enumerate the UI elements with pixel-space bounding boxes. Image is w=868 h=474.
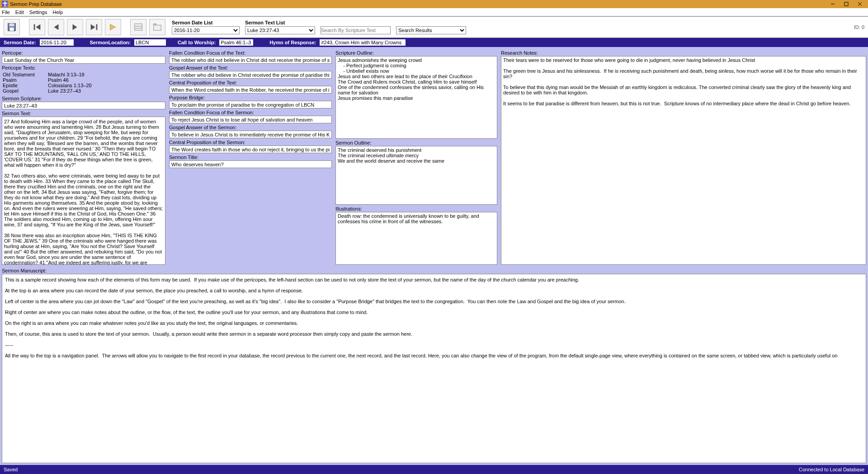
col-right: Research Notes:	[501, 49, 866, 265]
col-left: Pericope: Pericope Texts: Old TestamentM…	[2, 49, 165, 265]
col-center-right: Scripture Outline: Sermon Outline: Illus…	[335, 49, 497, 265]
date-list-select[interactable]: 2016-11-20	[172, 26, 240, 34]
maximize-button[interactable]	[840, 0, 853, 8]
header-strip: Sermon Date: SermonLocation: Call to Wor…	[0, 38, 868, 47]
text-list-select[interactable]: Luke 23:27-43	[245, 26, 315, 34]
close-button[interactable]	[854, 0, 866, 8]
gospel-text-input[interactable]	[169, 71, 332, 79]
scripture-label: Sermon Scripture:	[2, 96, 165, 101]
scripture-outline-label: Scripture Outline:	[335, 50, 497, 56]
last-record-button[interactable]	[86, 19, 102, 35]
hymn-input[interactable]	[320, 39, 406, 46]
svg-marker-10	[73, 24, 77, 30]
location-label: SermonLocation:	[90, 40, 131, 45]
svg-marker-8	[36, 24, 40, 30]
text-list-label: Sermon Text List	[245, 20, 315, 25]
tabbed-view-button[interactable]	[149, 19, 165, 35]
svg-rect-6	[9, 28, 14, 31]
record-id: ID: 0	[854, 24, 864, 30]
status-right: Connected to Local Database	[799, 467, 864, 472]
sermon-text-label: Sermon Text:	[2, 111, 165, 116]
cpt-label: Central Proposition of the Text:	[169, 80, 332, 85]
fcf-sermon-label: Fallen Condition Focus of the Sermon:	[169, 110, 332, 115]
minimize-button[interactable]	[826, 0, 839, 8]
svg-marker-13	[110, 24, 116, 30]
new-record-button[interactable]	[105, 19, 121, 35]
save-button[interactable]	[4, 19, 20, 35]
worship-input[interactable]	[219, 39, 253, 46]
svg-rect-7	[34, 24, 35, 30]
scripture-input[interactable]	[2, 102, 165, 109]
cps-label: Central Proposition of the Sermon:	[169, 140, 332, 145]
manuscript-label: Sermon Manuscript:	[2, 268, 866, 273]
date-list-group: Sermon Date List 2016-11-20	[172, 20, 240, 34]
svg-rect-17	[154, 25, 161, 30]
svg-rect-14	[135, 24, 142, 31]
date-list-label: Sermon Date List	[172, 20, 240, 25]
title-label: Sermon Title:	[169, 155, 332, 160]
status-bar: Saved Connected to Local Database	[0, 465, 868, 474]
app-icon	[2, 1, 8, 7]
svg-rect-18	[154, 24, 156, 25]
main-area: Pericope: Pericope Texts: Old TestamentM…	[0, 47, 868, 465]
svg-rect-12	[96, 24, 98, 30]
next-record-button[interactable]	[67, 19, 83, 35]
pericope-texts-label: Pericope Texts:	[2, 65, 165, 70]
cps-input[interactable]	[169, 145, 332, 153]
results-group: Search Results	[396, 20, 466, 34]
notes-label: Research Notes:	[501, 50, 866, 56]
fcf-text-input[interactable]	[169, 56, 332, 64]
svg-marker-11	[91, 24, 95, 30]
menu-help[interactable]: Help	[52, 9, 63, 15]
title-bar: Sermon Prep Database	[0, 0, 868, 8]
pericope-input[interactable]	[2, 56, 165, 64]
fcf-sermon-input[interactable]	[169, 116, 332, 123]
scripture-outline-input[interactable]	[335, 56, 497, 139]
svg-marker-9	[54, 24, 58, 30]
fcf-text-label: Fallen Condition Focus of the Text:	[169, 50, 332, 56]
svg-rect-1	[844, 2, 848, 6]
toolbar: Sermon Date List 2016-11-20 Sermon Text …	[0, 16, 868, 38]
sermon-text-area[interactable]: 27 And following Him was a large crowd o…	[2, 117, 165, 265]
text-list-group: Sermon Text List Luke 23:27-43	[245, 20, 315, 34]
date-label: Sermon Date:	[4, 40, 36, 45]
status-left: Saved	[4, 467, 18, 472]
illustrations-input[interactable]	[335, 212, 497, 265]
single-view-button[interactable]	[130, 19, 146, 35]
first-record-button[interactable]	[29, 19, 45, 35]
pericope-texts: Old TestamentMalachi 3:13–18 PsalmPsalm …	[2, 71, 165, 94]
purpose-label: Purpose Bridge:	[169, 95, 332, 100]
sermon-outline-label: Sermon Outline:	[335, 140, 497, 145]
gospel-sermon-label: Gospel Answer of the Sermon:	[169, 125, 332, 130]
title-input[interactable]	[169, 160, 332, 168]
gospel-sermon-input[interactable]	[169, 131, 332, 138]
pericope-label: Pericope:	[2, 50, 165, 56]
menu-bar: File Edit Settings Help	[0, 8, 868, 16]
worship-label: Call to Worship:	[178, 40, 216, 45]
prev-record-button[interactable]	[48, 19, 64, 35]
svg-rect-5	[9, 23, 14, 26]
manuscript-section: Sermon Manuscript: This is a sample reco…	[2, 267, 866, 463]
menu-settings[interactable]: Settings	[29, 9, 47, 15]
results-select[interactable]: Search Results	[396, 26, 466, 34]
window-title: Sermon Prep Database	[10, 1, 62, 7]
date-input[interactable]	[40, 39, 74, 46]
menu-file[interactable]: File	[2, 9, 10, 15]
menu-edit[interactable]: Edit	[15, 9, 24, 15]
illustrations-label: Illustrations:	[335, 206, 497, 211]
col-center-left: Fallen Condition Focus of the Text: Gosp…	[169, 49, 332, 265]
search-input[interactable]	[321, 26, 391, 34]
purpose-input[interactable]	[169, 101, 332, 108]
notes-input[interactable]	[501, 56, 866, 265]
manuscript-input[interactable]: This is a sample record showing how each…	[2, 274, 866, 463]
hymn-label: Hymn of Response:	[269, 40, 316, 45]
sermon-outline-input[interactable]	[335, 146, 497, 205]
location-input[interactable]	[134, 39, 166, 46]
gospel-text-label: Gospel Answer of the Text:	[169, 65, 332, 70]
cpt-input[interactable]	[169, 86, 332, 94]
search-group	[321, 20, 391, 34]
